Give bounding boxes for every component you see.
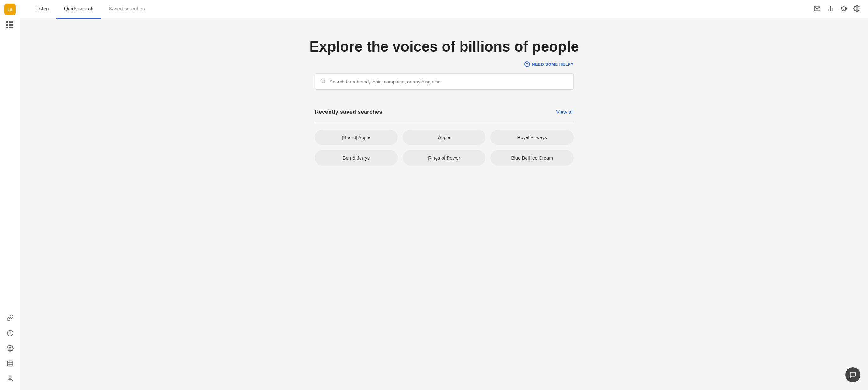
recently-saved-section: Recently saved searches View all [Brand]… bbox=[315, 109, 574, 166]
search-input[interactable] bbox=[330, 79, 568, 84]
tab-saved-searches[interactable]: Saved searches bbox=[101, 0, 152, 19]
link-icon[interactable] bbox=[4, 312, 17, 324]
gear-icon[interactable] bbox=[854, 5, 861, 13]
table-icon[interactable] bbox=[4, 357, 17, 370]
saved-search-chip[interactable]: Rings of Power bbox=[403, 150, 486, 166]
recently-saved-header: Recently saved searches View all bbox=[315, 109, 574, 115]
saved-search-chip[interactable]: [Brand] Apple bbox=[315, 130, 398, 145]
search-icon bbox=[320, 78, 326, 85]
tab-listen[interactable]: Listen bbox=[28, 0, 57, 19]
recently-saved-title: Recently saved searches bbox=[315, 109, 382, 115]
page-content: Explore the voices of billions of people… bbox=[20, 19, 868, 390]
topbar: Listen Quick search Saved searches bbox=[20, 0, 868, 19]
help-link[interactable]: ? NEED SOME HELP? bbox=[524, 61, 574, 67]
graduation-icon[interactable] bbox=[840, 5, 847, 13]
svg-point-7 bbox=[9, 376, 11, 378]
view-all-link[interactable]: View all bbox=[556, 109, 574, 115]
sidebar: LS bbox=[0, 0, 20, 390]
email-icon[interactable] bbox=[814, 5, 820, 13]
help-link-label: NEED SOME HELP? bbox=[532, 62, 574, 67]
settings-icon[interactable] bbox=[4, 342, 17, 355]
bar-chart-icon[interactable] bbox=[827, 5, 834, 13]
topbar-actions bbox=[814, 5, 861, 13]
tab-quick-search[interactable]: Quick search bbox=[57, 0, 101, 19]
saved-search-chip[interactable]: Apple bbox=[403, 130, 486, 145]
user-profile-icon[interactable] bbox=[4, 372, 17, 385]
avatar[interactable]: LS bbox=[4, 4, 16, 15]
help-circle-icon: ? bbox=[524, 61, 530, 67]
svg-point-11 bbox=[856, 7, 858, 9]
svg-rect-3 bbox=[7, 361, 12, 366]
saved-search-chip[interactable]: Ben & Jerrys bbox=[315, 150, 398, 166]
svg-line-13 bbox=[324, 82, 325, 83]
question-icon[interactable] bbox=[4, 327, 17, 339]
saved-searches-grid: [Brand] AppleAppleRoyal AirwaysBen & Jer… bbox=[315, 130, 574, 166]
saved-search-chip[interactable]: Blue Bell Ice Cream bbox=[491, 150, 574, 166]
saved-search-chip[interactable]: Royal Airways bbox=[491, 130, 574, 145]
search-bar bbox=[315, 73, 574, 90]
divider bbox=[315, 122, 574, 122]
svg-point-2 bbox=[9, 347, 11, 349]
grid-menu-icon[interactable] bbox=[6, 22, 14, 29]
hero-title: Explore the voices of billions of people bbox=[309, 38, 579, 55]
chat-button[interactable] bbox=[845, 367, 861, 383]
main-content: Listen Quick search Saved searches bbox=[20, 0, 868, 390]
topbar-tabs: Listen Quick search Saved searches bbox=[28, 0, 814, 19]
